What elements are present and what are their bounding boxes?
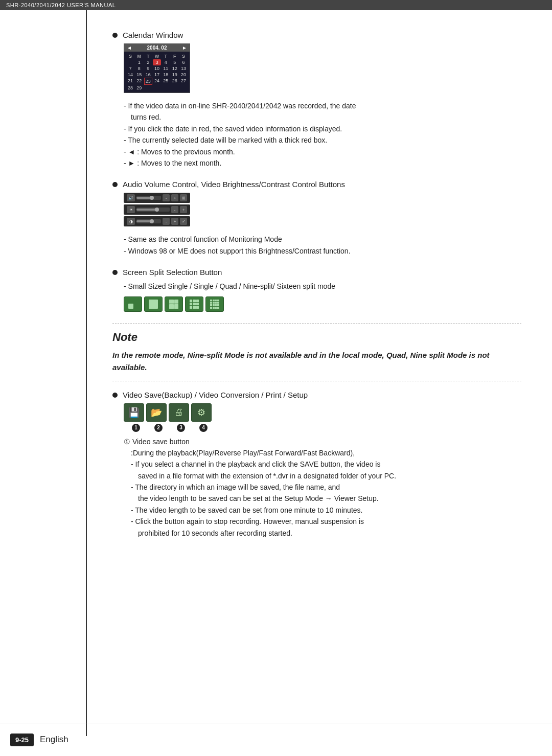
- video-save-button[interactable]: 💾: [124, 403, 144, 422]
- screen-split-section: Screen Split Selection Button - Small Si…: [112, 268, 521, 311]
- btn-num-4: 4: [193, 424, 214, 432]
- cal-day[interactable]: 28: [126, 85, 134, 91]
- cal-note-4: - ◄ : Moves to the previous month.: [124, 146, 521, 157]
- ctrl-row-contrast: ◑ - + ✓: [124, 216, 190, 226]
- day-F: F: [171, 53, 179, 59]
- cal-note-3: - The currently selected date will be ma…: [124, 134, 521, 146]
- ctrl-row-audio: 🔊 - + ⊞: [124, 193, 190, 203]
- cal-day[interactable]: 27: [179, 78, 188, 85]
- cal-week-1: 1 2 3 4 5 6: [126, 59, 188, 65]
- cal-day[interactable]: 9: [144, 65, 152, 72]
- cal-day[interactable]: 14: [126, 72, 134, 78]
- contrast-slider[interactable]: [136, 219, 161, 223]
- cal-day[interactable]: 17: [153, 72, 161, 78]
- cal-day[interactable]: 11: [162, 65, 170, 72]
- cal-day[interactable]: [144, 85, 152, 91]
- cal-day[interactable]: 20: [179, 72, 188, 78]
- cal-day[interactable]: [153, 85, 161, 91]
- cal-day[interactable]: 2: [144, 59, 152, 65]
- cal-day[interactable]: 8: [135, 65, 143, 72]
- page-footer: 9-25 English: [0, 723, 552, 756]
- audio-minus-btn[interactable]: -: [163, 194, 170, 201]
- setup-icon: ⚙: [197, 407, 205, 418]
- cal-day[interactable]: 1: [135, 59, 143, 65]
- cal-day[interactable]: [162, 85, 170, 91]
- cal-day[interactable]: 26: [171, 78, 179, 85]
- cal-day[interactable]: 21: [126, 78, 134, 85]
- save-note-4: - The video length to be saved can be se…: [131, 505, 521, 516]
- cal-day[interactable]: 5: [171, 59, 179, 65]
- cal-day[interactable]: 13: [179, 65, 188, 72]
- btn-num-2: 2: [148, 424, 169, 432]
- screen-split-label: Screen Split Selection Button: [123, 268, 222, 277]
- brightness-slider[interactable]: [136, 208, 170, 212]
- save-buttons-widget: 💾 📂 🖨 ⚙: [124, 403, 521, 432]
- audio-note-1: - Same as the control function of Monito…: [124, 234, 521, 245]
- save-note-2: - If you select a channel in the playbac…: [131, 459, 521, 470]
- header-title: SHR-2040/2041/2042 USER'S MANUAL: [6, 2, 116, 8]
- save-note-3: - The directory in which an image will b…: [131, 482, 521, 493]
- audio-slider[interactable]: [136, 196, 161, 200]
- cal-day[interactable]: [126, 59, 134, 65]
- cal-day[interactable]: 15: [135, 72, 143, 78]
- day-M: M: [135, 53, 143, 59]
- brightness-plus-btn[interactable]: +: [180, 206, 187, 213]
- cal-day[interactable]: 6: [179, 59, 188, 65]
- video-print-button[interactable]: 🖨: [169, 403, 189, 422]
- cal-day[interactable]: 19: [171, 72, 179, 78]
- video-folder-button[interactable]: 📂: [146, 403, 167, 422]
- note-title: Note: [112, 331, 521, 344]
- cal-day[interactable]: 24: [153, 78, 161, 85]
- cal-day[interactable]: 16: [144, 72, 152, 78]
- cal-day[interactable]: 29: [135, 85, 143, 91]
- contrast-plus-btn[interactable]: +: [171, 218, 178, 225]
- split-btn-small-single[interactable]: [124, 296, 142, 312]
- cal-day[interactable]: 18: [162, 72, 170, 78]
- cal-day[interactable]: 12: [171, 65, 179, 72]
- control-buttons-widget: 🔊 - + ⊞ ☀ - +: [124, 193, 521, 226]
- cal-day[interactable]: [179, 85, 188, 91]
- video-save-section: Video Save(Backup) / Video Conversion / …: [112, 391, 521, 539]
- cal-year-month: 2004. 02: [147, 45, 167, 51]
- video-setup-button[interactable]: ⚙: [191, 403, 212, 422]
- save-note-2b: saved in a file format with the extensio…: [138, 470, 521, 482]
- bullet-dot: [112, 33, 118, 38]
- save-btns-row: 💾 📂 🖨 ⚙: [124, 403, 212, 422]
- save-icon: 💾: [128, 407, 140, 418]
- split-btn-sixteen[interactable]: [205, 296, 224, 312]
- num-circle-4: 4: [199, 424, 208, 432]
- day-S2: S: [179, 53, 188, 59]
- save-sub-list: ① Video save button :During the playback…: [124, 436, 521, 539]
- audio-plus-btn[interactable]: +: [171, 194, 178, 201]
- save-btn-numbers: 1 2 3 4: [124, 424, 214, 432]
- next-month-icon[interactable]: ►: [182, 45, 187, 51]
- split-btn-nine[interactable]: [185, 296, 203, 312]
- contrast-minus-btn[interactable]: -: [163, 218, 170, 225]
- page-number-badge: 9-25: [10, 734, 34, 746]
- day-W: W: [153, 53, 161, 59]
- cal-day[interactable]: 7: [126, 65, 134, 72]
- left-sidebar: [0, 10, 87, 736]
- brightness-icon: ☀: [127, 206, 135, 213]
- cal-day[interactable]: 22: [135, 78, 143, 85]
- cal-days-header: S M T W T F S: [126, 53, 188, 59]
- cal-day[interactable]: 3: [153, 59, 161, 65]
- cal-day[interactable]: 4: [162, 59, 170, 65]
- brightness-minus-btn[interactable]: -: [171, 206, 178, 213]
- audio-extra-btn[interactable]: ⊞: [180, 194, 187, 201]
- split-btn-quad[interactable]: [165, 296, 183, 312]
- split-btn-single[interactable]: [144, 296, 163, 312]
- prev-month-icon[interactable]: ◄: [127, 45, 132, 51]
- cal-note-1b: turns red.: [131, 111, 521, 123]
- contrast-check-btn[interactable]: ✓: [180, 218, 187, 225]
- save-note-1: :During the playback(Play/Reverse Play/F…: [131, 447, 521, 459]
- cal-day[interactable]: 25: [162, 78, 170, 85]
- calendar-section-label: Calendar Window: [123, 31, 183, 39]
- cal-day[interactable]: [171, 85, 179, 91]
- audio-section: Audio Volume Control, Video Brightness/C…: [112, 180, 521, 257]
- audio-sub-list: - Same as the control function of Monito…: [124, 234, 521, 257]
- cal-day[interactable]: 23: [144, 78, 152, 85]
- cal-day[interactable]: 10: [153, 65, 161, 72]
- note-section: Note In the remote mode, Nine-split Mode…: [112, 323, 521, 381]
- header-bar: SHR-2040/2041/2042 USER'S MANUAL: [0, 0, 552, 10]
